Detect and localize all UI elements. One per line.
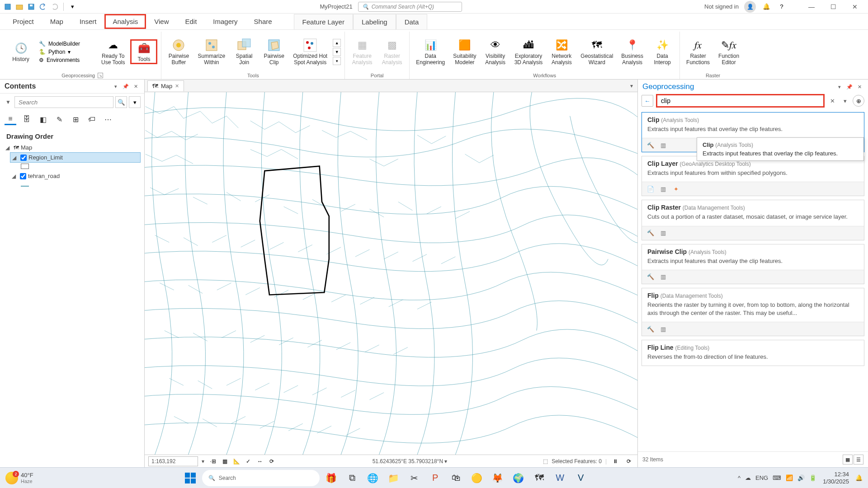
pane-pin-icon[interactable]: 📌: [845, 83, 854, 91]
tb-app-chrome[interactable]: 🟡: [468, 469, 486, 487]
tab-analysis[interactable]: Analysis: [104, 14, 146, 29]
avatar-icon[interactable]: 👤: [744, 1, 756, 13]
geostat-button[interactable]: 🗺Geostatistical Wizard: [578, 36, 616, 67]
modelbuilder-button[interactable]: 🔧ModelBuilder: [37, 40, 96, 48]
save-icon[interactable]: [26, 2, 36, 12]
tab-project[interactable]: Project: [5, 14, 42, 29]
add-toolbox-button[interactable]: ⊕: [853, 95, 864, 107]
snapping-icon[interactable]: ·⊞: [208, 456, 218, 466]
coords-dd[interactable]: ▾: [444, 458, 447, 465]
tray-wifi-icon[interactable]: 📶: [786, 474, 793, 481]
tb-app-edge[interactable]: 🌐: [364, 469, 382, 487]
back-button[interactable]: ←: [642, 95, 653, 107]
toc-layer-tehran[interactable]: ◢ tehran_road: [10, 171, 141, 181]
gp-result-flip-line[interactable]: Flip Line (Editing Tools) Reverses the f…: [642, 340, 864, 366]
ready-tools-button[interactable]: ☁ Ready To Use Tools: [99, 36, 127, 67]
function-editor-button[interactable]: ✎𝑓𝑥Function Editor: [715, 36, 742, 67]
toc-more-icon[interactable]: ⋯: [102, 113, 114, 125]
corrections-icon[interactable]: ✓: [243, 456, 253, 466]
tb-app-ppt[interactable]: P: [426, 469, 444, 487]
new-project-icon[interactable]: [3, 2, 13, 12]
search-dropdown-icon[interactable]: ▾: [840, 98, 850, 104]
list-by-editing-icon[interactable]: ✎: [53, 113, 65, 125]
pairwise-buffer-button[interactable]: Pairwise Buffer: [165, 36, 192, 67]
close-icon[interactable]: ✕: [175, 83, 179, 89]
data-engineering-button[interactable]: 📊Data Engineering: [413, 36, 448, 67]
constraints-icon[interactable]: 📐: [231, 456, 241, 466]
map-canvas[interactable]: [145, 92, 637, 455]
summarize-within-button[interactable]: Summarize Within: [195, 36, 228, 67]
weather-widget[interactable]: 2 40°F Haze: [5, 472, 33, 484]
tb-app-firefox[interactable]: 🦊: [489, 469, 507, 487]
list-by-snapping-icon[interactable]: ⊞: [70, 113, 81, 125]
tab-imagery[interactable]: Imagery: [205, 14, 245, 29]
tray-onedrive-icon[interactable]: ☁: [745, 474, 751, 481]
list-by-selection-icon[interactable]: ◧: [37, 113, 49, 125]
dialog-launcher-icon[interactable]: ↘: [98, 73, 103, 78]
gallery-up-icon[interactable]: ▲: [333, 39, 341, 47]
tb-app-gift[interactable]: 🎁: [322, 469, 340, 487]
scale-dropdown[interactable]: ▾: [202, 458, 204, 465]
open-project-icon[interactable]: [14, 2, 24, 12]
minimize-button[interactable]: —: [801, 0, 822, 14]
tray-lang[interactable]: ENG: [755, 474, 768, 481]
tray-chevron-icon[interactable]: ^: [738, 474, 741, 481]
refresh-icon[interactable]: ⟳: [624, 456, 634, 466]
grid-view-icon[interactable]: ▦: [843, 455, 853, 465]
toc-map-node[interactable]: ◢ 🗺 Map: [4, 143, 141, 152]
tab-view[interactable]: View: [146, 14, 177, 29]
pane-pin-icon[interactable]: 📌: [122, 82, 130, 90]
tb-app-taskview[interactable]: ⧉: [343, 469, 361, 487]
signed-in-label[interactable]: Not signed in: [704, 3, 739, 10]
clear-search-icon[interactable]: ✕: [827, 98, 837, 104]
redo-icon[interactable]: [50, 2, 60, 12]
tray-notifications-icon[interactable]: 🔔: [855, 474, 863, 481]
gp-result-flip[interactable]: Flip (Data Management Tools) Reorients t…: [642, 288, 864, 336]
taskbar-search[interactable]: 🔍Search: [202, 470, 320, 486]
business-button[interactable]: 📍Business Analysis: [618, 36, 646, 67]
qat-dropdown-icon[interactable]: ▾: [67, 2, 77, 12]
gp-result-clip-layer[interactable]: Clip Layer (GeoAnalytics Desktop Tools) …: [642, 156, 864, 196]
layer-checkbox[interactable]: [20, 155, 27, 161]
list-by-source-icon[interactable]: 🗄: [21, 113, 33, 125]
pane-close-icon[interactable]: ✕: [132, 82, 140, 90]
undo-icon[interactable]: [38, 2, 48, 12]
taskbar-clock[interactable]: 12:34 1/30/2025: [823, 471, 849, 485]
tb-app-explorer[interactable]: 📁: [385, 469, 403, 487]
tb-app-store[interactable]: 🛍: [447, 469, 465, 487]
suitability-button[interactable]: 🟧Suitability Modeler: [450, 36, 479, 67]
tb-app-word[interactable]: W: [551, 469, 569, 487]
tab-labeling[interactable]: Labeling: [353, 14, 396, 29]
exploratory-3d-button[interactable]: 🏙Exploratory 3D Analysis: [512, 36, 546, 67]
pairwise-clip-button[interactable]: Pairwise Clip: [260, 36, 288, 67]
tab-edit[interactable]: Edit: [177, 14, 205, 29]
tb-app-arcgis[interactable]: 🗺: [530, 469, 548, 487]
list-by-drawing-order-icon[interactable]: ≡: [5, 113, 16, 125]
tb-app-v[interactable]: V: [572, 469, 590, 487]
close-button[interactable]: ✕: [844, 0, 865, 14]
tray-volume-icon[interactable]: 🔊: [797, 474, 805, 481]
gp-result-pairwise-clip[interactable]: Pairwise Clip (Analysis Tools) Extracts …: [642, 244, 864, 284]
filter-icon[interactable]: ▼: [4, 96, 13, 108]
pane-menu-icon[interactable]: ▾: [112, 82, 120, 90]
expander-icon[interactable]: ◢: [12, 155, 19, 161]
raster-functions-button[interactable]: 𝑓𝑥Raster Functions: [684, 36, 712, 67]
pane-close-icon[interactable]: ✕: [855, 83, 863, 91]
scale-input[interactable]: 1:163,192: [148, 456, 198, 466]
list-by-labeling-icon[interactable]: 🏷: [86, 113, 98, 125]
visibility-button[interactable]: 👁Visibility Analysis: [482, 36, 509, 67]
tray-input-icon[interactable]: ⌨: [773, 474, 781, 481]
tab-share[interactable]: Share: [246, 14, 280, 29]
tb-app-snip[interactable]: ✂: [406, 469, 424, 487]
inference-icon[interactable]: ↔: [255, 456, 265, 466]
pause-drawing-icon[interactable]: ⏸: [610, 456, 620, 466]
pane-menu-icon[interactable]: ▾: [835, 83, 844, 91]
dynamic-icon[interactable]: ⟳: [267, 456, 277, 466]
hot-spot-button[interactable]: Optimized Hot Spot Analysis: [290, 36, 330, 67]
tb-app-earth[interactable]: 🌍: [509, 469, 528, 487]
tray-battery-icon[interactable]: 🔋: [809, 474, 816, 481]
contents-search-button[interactable]: 🔍: [115, 96, 127, 108]
network-button[interactable]: 🔀Network Analysis: [548, 36, 575, 67]
environments-button[interactable]: ⚙Environments: [37, 56, 96, 64]
python-button[interactable]: 🐍Python ▾: [37, 48, 96, 56]
